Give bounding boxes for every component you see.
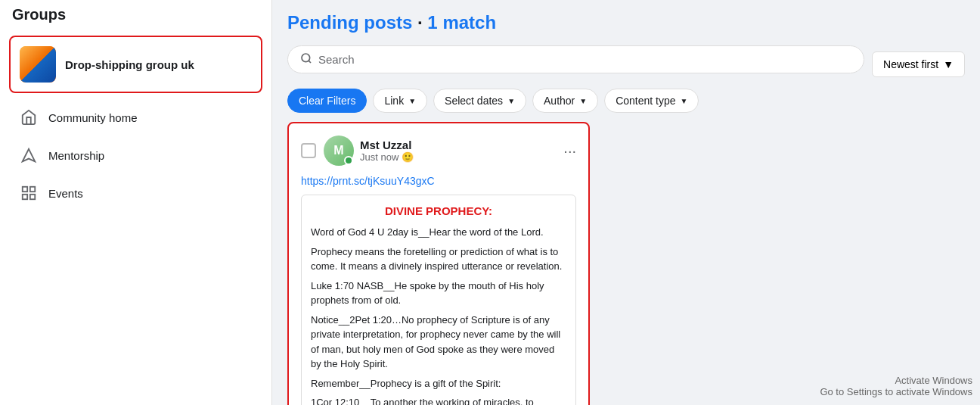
link-chevron-icon: ▼ [408, 97, 416, 105]
content-type-chevron-icon: ▼ [681, 97, 688, 105]
sidebar-title: Groups [12, 6, 259, 23]
prophecy-title: DIVINE PROPHECY: [311, 204, 566, 217]
main-header: Pending posts · 1 match Newest first ▼ [272, 0, 980, 83]
home-icon [18, 107, 39, 128]
sidebar-header: Groups [0, 0, 271, 30]
post-link[interactable]: https://prnt.sc/tjKsuuY43gxC [301, 175, 576, 187]
main-content: Pending posts · 1 match Newest first ▼ C… [272, 0, 980, 405]
post-content-box: DIVINE PROPHECY: Word of God 4 U 2day is… [301, 195, 576, 405]
link-filter-label: Link [384, 95, 404, 107]
content-type-filter-button[interactable]: Content type ▼ [604, 89, 699, 113]
svg-point-5 [302, 54, 310, 62]
search-bar [287, 45, 864, 73]
search-icon [300, 52, 312, 67]
title-row: Pending posts · 1 match [287, 12, 965, 42]
svg-rect-1 [23, 187, 27, 192]
clear-filters-button[interactable]: Clear Filters [287, 89, 367, 113]
post-header: M Mst Uzzal Just now 🙂 ··· [301, 136, 576, 166]
post-more-button[interactable]: ··· [563, 142, 576, 160]
online-indicator [344, 156, 353, 165]
post-time: Just now 🙂 [360, 151, 563, 163]
sidebar-item-mentorship[interactable]: Mentorship [6, 137, 265, 173]
time-emoji: 🙂 [402, 151, 414, 163]
content-type-filter-label: Content type [616, 95, 675, 107]
group-card[interactable]: Drop-shipping group uk [9, 36, 262, 93]
svg-marker-0 [23, 149, 36, 162]
avatar: M [324, 136, 354, 166]
group-name: Drop-shipping group uk [65, 58, 194, 71]
group-avatar [20, 46, 56, 83]
dates-filter-button[interactable]: Select dates ▼ [433, 89, 526, 113]
mentorship-label: Mentorship [48, 149, 104, 162]
match-count: 1 match [427, 12, 496, 33]
svg-rect-2 [30, 187, 35, 192]
svg-rect-4 [30, 195, 35, 199]
mentorship-icon [18, 145, 39, 166]
post-username: Mst Uzzal [360, 139, 563, 151]
page-title: Pending posts · 1 match [287, 12, 496, 33]
dates-filter-label: Select dates [445, 95, 503, 107]
post-card: M Mst Uzzal Just now 🙂 ··· https://prnt.… [287, 122, 590, 405]
windows-activation: Activate Windows Go to Settings to activ… [820, 375, 972, 397]
community-home-label: Community home [48, 111, 138, 124]
group-avatar-image [20, 46, 56, 83]
sort-button[interactable]: Newest first ▼ [872, 51, 965, 77]
svg-line-6 [309, 61, 311, 63]
link-filter-button[interactable]: Link ▼ [373, 89, 427, 113]
sort-label: Newest first [883, 58, 938, 70]
events-label: Events [48, 187, 83, 200]
post-area: M Mst Uzzal Just now 🙂 ··· https://prnt.… [272, 122, 980, 405]
activate-windows-line1: Activate Windows [820, 375, 972, 386]
author-filter-label: Author [544, 95, 575, 107]
svg-rect-3 [23, 195, 27, 199]
clear-filters-label: Clear Filters [299, 95, 355, 107]
post-checkbox[interactable] [301, 143, 316, 158]
filters-row: Clear Filters Link ▼ Select dates ▼ Auth… [272, 83, 980, 122]
author-chevron-icon: ▼ [579, 97, 587, 105]
post-user-info: Mst Uzzal Just now 🙂 [360, 139, 563, 163]
sidebar: Groups Drop-shipping group uk Community … [0, 0, 272, 405]
sort-chevron-icon: ▼ [943, 58, 954, 70]
author-filter-button[interactable]: Author ▼ [532, 89, 598, 113]
activate-windows-line2: Go to Settings to activate Windows [820, 386, 972, 397]
sidebar-item-events[interactable]: Events [6, 175, 265, 211]
events-icon [18, 182, 39, 204]
sidebar-item-community-home[interactable]: Community home [6, 99, 265, 136]
prophecy-text: Word of God 4 U 2day is__Hear the word o… [311, 225, 566, 405]
dates-chevron-icon: ▼ [507, 97, 515, 105]
search-input[interactable] [318, 53, 851, 66]
